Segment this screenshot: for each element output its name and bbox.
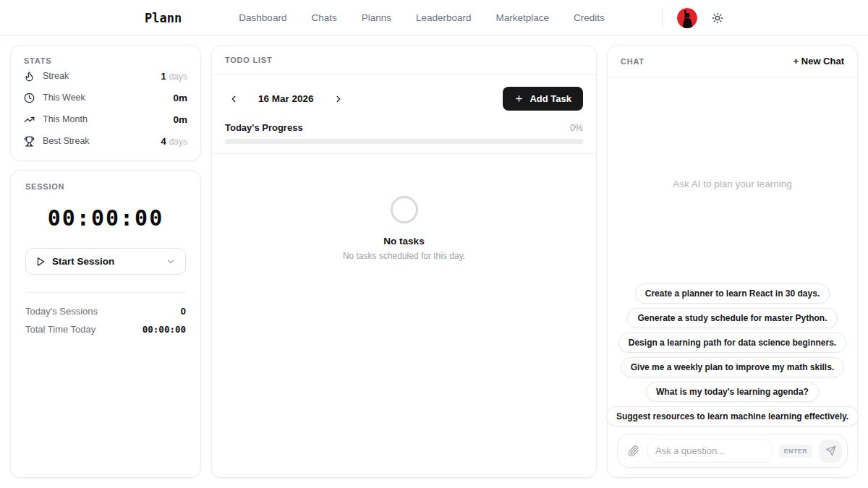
stat-label: Streak: [43, 71, 69, 81]
play-icon: [35, 257, 46, 267]
plus-icon: [514, 94, 524, 103]
app-logo[interactable]: Plann: [145, 11, 182, 25]
empty-circle-icon: [391, 196, 418, 223]
stat-row-streak: Streak 1 days: [24, 65, 187, 87]
todo-list-title: TODO LIST: [225, 56, 272, 64]
stat-row-this-week: This Week 0m: [24, 87, 187, 108]
nav-marketplace[interactable]: Marketplace: [496, 12, 550, 23]
divider: [25, 292, 186, 293]
stat-row-this-month: This Month 0m: [24, 108, 187, 130]
chevron-down-icon: [166, 257, 176, 267]
suggestion-chip[interactable]: Give me a weekly plan to improve my math…: [621, 357, 844, 377]
sun-icon: [712, 12, 723, 24]
clock-icon: [24, 93, 35, 103]
nav-credits[interactable]: Credits: [574, 12, 605, 23]
session-card: SESSION 00:00:00 Start Session Today's S…: [10, 170, 201, 478]
enter-key-badge: ENTER: [779, 445, 812, 458]
trophy-icon: [24, 136, 35, 147]
stats-card: STATS Streak 1 days This Week 0m Th: [10, 45, 201, 161]
session-row-value: 0: [180, 306, 186, 317]
prev-day-button[interactable]: [225, 90, 242, 108]
avatar-image: [677, 8, 697, 28]
date-navigation: 16 Mar 2026 Add Task: [225, 87, 583, 111]
session-timer: 00:00:00: [25, 205, 186, 231]
suggestion-chip[interactable]: Generate a study schedule for master Pyt…: [627, 308, 837, 328]
progress-label: Today's Progress: [225, 122, 303, 133]
stat-label: This Week: [43, 93, 85, 103]
session-row-count: Today's Sessions 0: [25, 302, 186, 320]
header-divider: [662, 9, 663, 27]
chevron-right-icon: [333, 94, 344, 104]
current-date: 16 Mar 2026: [258, 93, 314, 104]
flame-icon: [24, 71, 35, 82]
trending-up-icon: [24, 114, 35, 125]
theme-toggle-button[interactable]: [712, 12, 723, 24]
new-chat-button[interactable]: + New Chat: [793, 56, 844, 67]
session-row-label: Today's Sessions: [25, 306, 98, 317]
start-session-button[interactable]: Start Session: [25, 248, 186, 275]
nav-planns[interactable]: Planns: [362, 12, 391, 23]
stat-value: 1 days: [161, 71, 187, 82]
nav-leaderboard[interactable]: Leaderboard: [416, 12, 472, 23]
paperclip-icon: [628, 445, 639, 457]
top-navbar: Plann Dashboard Chats Planns Leaderboard…: [0, 0, 868, 36]
add-task-label: Add Task: [529, 93, 571, 104]
start-session-label: Start Session: [52, 256, 114, 267]
empty-state-title: No tasks: [383, 236, 424, 247]
send-message-button[interactable]: [819, 440, 842, 463]
chat-question-input[interactable]: [647, 439, 773, 463]
progress-percent: 0%: [570, 123, 583, 133]
chat-title: CHAT: [621, 57, 644, 66]
main-nav: Dashboard Chats Planns Leaderboard Marke…: [239, 12, 605, 23]
attach-file-button[interactable]: [626, 444, 641, 458]
stat-row-best-streak: Best Streak 4 days: [24, 130, 187, 152]
next-day-button[interactable]: [330, 90, 347, 108]
chat-card: CHAT + New Chat Ask AI to plan your lear…: [607, 45, 858, 478]
stat-label: Best Streak: [43, 136, 90, 146]
suggestion-chip[interactable]: Create a planner to learn React in 30 da…: [635, 283, 830, 304]
suggestion-chip[interactable]: Design a learning path for data science …: [618, 333, 846, 353]
session-title: SESSION: [25, 182, 186, 191]
chevron-left-icon: [229, 94, 239, 104]
nav-dashboard[interactable]: Dashboard: [239, 12, 286, 23]
todo-list-card: TODO LIST 16 Mar 2026 Add Task: [211, 45, 597, 478]
chat-input-bar: ENTER: [617, 434, 848, 468]
chat-empty-hint: Ask AI to plan your learning: [673, 179, 791, 189]
suggestion-chip[interactable]: Suggest resources to learn machine learn…: [606, 406, 859, 427]
add-task-button[interactable]: Add Task: [503, 87, 583, 111]
session-row-total-time: Total Time Today 00:00:00: [25, 320, 186, 338]
nav-chats[interactable]: Chats: [311, 12, 336, 23]
stats-title: STATS: [24, 56, 187, 65]
session-row-label: Total Time Today: [25, 324, 95, 335]
stat-value: 0m: [173, 114, 187, 125]
stat-label: This Month: [43, 114, 88, 124]
empty-state: No tasks No tasks scheduled for this day…: [225, 154, 583, 261]
suggestion-chip[interactable]: What is my today's learning agenda?: [646, 382, 819, 402]
chat-suggestions: Create a planner to learn React in 30 da…: [617, 283, 848, 427]
stat-value: 0m: [173, 93, 187, 103]
progress-bar: [225, 139, 583, 144]
empty-state-subtitle: No tasks scheduled for this day.: [343, 251, 465, 261]
send-icon: [825, 445, 836, 456]
user-avatar[interactable]: [677, 8, 697, 28]
stat-value: 4 days: [161, 136, 187, 147]
session-row-value: 00:00:00: [142, 324, 186, 335]
